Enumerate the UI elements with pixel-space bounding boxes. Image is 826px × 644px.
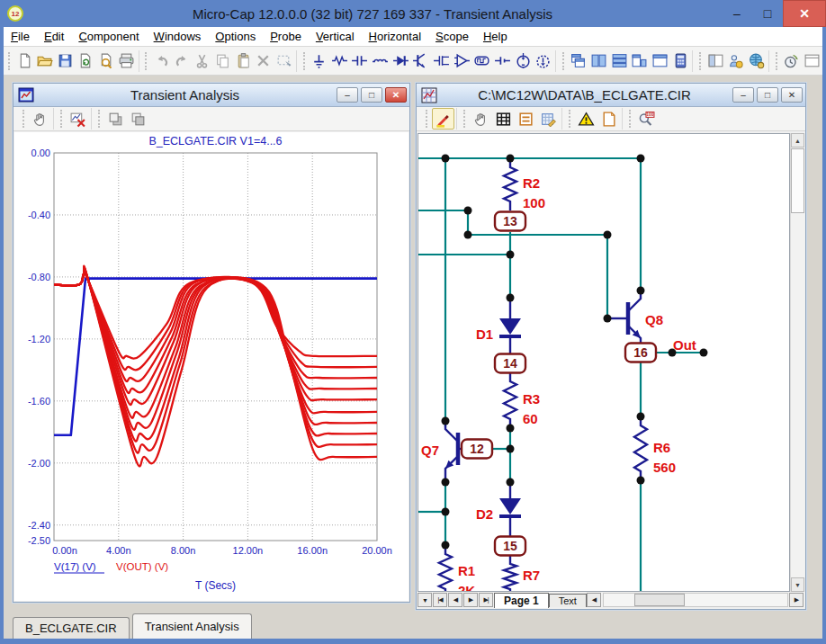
- plot-close-button[interactable]: ✕: [385, 87, 407, 103]
- resistor-R6[interactable]: [634, 416, 647, 480]
- minimize-button[interactable]: –: [722, 0, 752, 27]
- redo-button[interactable]: [172, 49, 193, 73]
- menu-probe[interactable]: Probe: [263, 27, 309, 46]
- undo-button[interactable]: [151, 49, 172, 73]
- maximize-button[interactable]: □: [752, 0, 783, 27]
- text-doc-button[interactable]: [597, 108, 620, 130]
- delete-all-objects-button[interactable]: [67, 108, 89, 130]
- toolbar-drag-handle: [303, 52, 307, 70]
- arrange-icons-button[interactable]: [630, 49, 651, 73]
- first-page-button[interactable]: |◀: [433, 593, 447, 607]
- probe-select-button[interactable]: [432, 108, 454, 130]
- zoom-100-button[interactable]: 100: [635, 108, 658, 130]
- toolbar-drag-handle: [569, 110, 572, 128]
- inductor-button[interactable]: [370, 49, 391, 73]
- pulse-source-button[interactable]: [471, 49, 492, 73]
- last-page-button[interactable]: ▶|: [479, 593, 493, 607]
- user-help-button[interactable]: [726, 49, 747, 73]
- page-dropdown-button[interactable]: ▼: [417, 593, 432, 607]
- ground-button[interactable]: [309, 49, 329, 73]
- toolbar-drag-handle: [426, 110, 429, 128]
- cascade-windows-button[interactable]: [569, 49, 589, 73]
- tile-horizontal-button[interactable]: [609, 49, 630, 73]
- value-R1: 2K: [458, 583, 475, 593]
- prev-page-button[interactable]: ◀: [448, 593, 462, 607]
- plot-restore-button[interactable]: □: [361, 87, 382, 103]
- npn-transistor-button[interactable]: [410, 49, 431, 73]
- diode[interactable]: [499, 498, 521, 514]
- revert-file-button[interactable]: [76, 49, 96, 73]
- pan-hand-button[interactable]: [470, 108, 492, 130]
- schematic-canvas[interactable]: R2100R360R6560R12KR7780Q7Q81314121516D1D…: [417, 133, 790, 592]
- resistor-button[interactable]: [329, 49, 350, 73]
- calculator-button[interactable]: [670, 49, 691, 73]
- select-mode-button[interactable]: [274, 49, 294, 73]
- legend-item[interactable]: V(OUT) (V): [116, 561, 168, 572]
- resistor-R2[interactable]: [504, 158, 516, 210]
- menu-file[interactable]: File: [4, 27, 37, 46]
- print-preview-button[interactable]: [95, 49, 116, 73]
- document-tab-transient-analysis[interactable]: Transient Analysis: [132, 613, 252, 639]
- menu-vertical[interactable]: Vertical: [309, 27, 362, 46]
- menu-windows[interactable]: Windows: [147, 27, 209, 46]
- menu-options[interactable]: Options: [208, 27, 263, 46]
- save-file-button[interactable]: [55, 49, 76, 73]
- warning-button[interactable]: [575, 108, 597, 130]
- scroll-up-button[interactable]: ▲: [791, 133, 804, 148]
- new-file-button[interactable]: [14, 49, 35, 73]
- print-button[interactable]: [116, 49, 137, 73]
- diode-button[interactable]: [391, 49, 411, 73]
- voltage-source-button[interactable]: [513, 49, 534, 73]
- next-page-button[interactable]: ▶: [463, 593, 478, 607]
- menu-scope[interactable]: Scope: [428, 27, 476, 46]
- resistor-R7[interactable]: [504, 555, 516, 592]
- animate-mode-button[interactable]: [782, 49, 803, 73]
- transient-plot: B_ECLGATE.CIR V1=4...60.00-0.40-0.80-1.2…: [14, 132, 409, 601]
- to-back-button[interactable]: [127, 108, 149, 130]
- nmos-transistor-button[interactable]: [431, 49, 452, 73]
- resistor-R1[interactable]: [439, 545, 452, 592]
- paste-button[interactable]: [233, 49, 254, 73]
- document-tab-b-eclgate-cir[interactable]: B_ECLGATE.CIR: [13, 617, 130, 639]
- text-list-button[interactable]: [515, 108, 537, 130]
- horizontal-scroll-thumb[interactable]: [634, 594, 685, 606]
- open-folder-button[interactable]: [34, 49, 55, 73]
- close-button[interactable]: ✕: [783, 0, 826, 27]
- component-panel-button[interactable]: [705, 49, 726, 73]
- value-R3: 60: [523, 411, 538, 426]
- plot-toolbar: [13, 107, 409, 131]
- watch-window-button[interactable]: [802, 49, 822, 73]
- schematic-restore-button[interactable]: □: [757, 87, 778, 103]
- hscroll-left-button[interactable]: ◀: [587, 593, 601, 607]
- legend-item[interactable]: V(17) (V): [54, 561, 96, 572]
- capacitor-button[interactable]: [350, 49, 371, 73]
- sheet-tab-page-1[interactable]: Page 1: [494, 593, 549, 608]
- current-source-button[interactable]: [533, 49, 553, 73]
- plot-area[interactable]: B_ECLGATE.CIR V1=4...60.00-0.40-0.80-1.2…: [14, 132, 409, 601]
- tile-vertical-button[interactable]: [588, 49, 609, 73]
- battery-button[interactable]: [492, 49, 513, 73]
- info-table-button[interactable]: [492, 108, 515, 130]
- menu-horizontal[interactable]: Horizontal: [362, 27, 429, 46]
- resistor-R3[interactable]: [504, 372, 516, 428]
- schematic-minimize-button[interactable]: –: [732, 87, 754, 103]
- scroll-down-button[interactable]: ▼: [791, 577, 804, 592]
- menu-component[interactable]: Component: [71, 27, 146, 46]
- copy-button[interactable]: [212, 49, 233, 73]
- pan-hand-button[interactable]: [29, 108, 51, 130]
- vertical-scroll-thumb[interactable]: [791, 148, 804, 213]
- hscroll-right-button[interactable]: ▶: [789, 593, 804, 607]
- cut-button[interactable]: [192, 49, 212, 73]
- delete-button[interactable]: [253, 49, 274, 73]
- to-front-button[interactable]: [104, 108, 127, 130]
- plot-minimize-button[interactable]: –: [337, 87, 358, 103]
- opamp-button[interactable]: [452, 49, 472, 73]
- page-edit-button[interactable]: [537, 108, 560, 130]
- sheet-tab-text[interactable]: Text: [549, 594, 587, 607]
- maximize-window-button[interactable]: [650, 49, 670, 73]
- menu-edit[interactable]: Edit: [37, 27, 71, 46]
- schematic-close-button[interactable]: ✕: [781, 87, 803, 103]
- menu-help[interactable]: Help: [476, 27, 515, 46]
- web-updates-button[interactable]: [746, 49, 767, 73]
- diode[interactable]: [499, 318, 521, 335]
